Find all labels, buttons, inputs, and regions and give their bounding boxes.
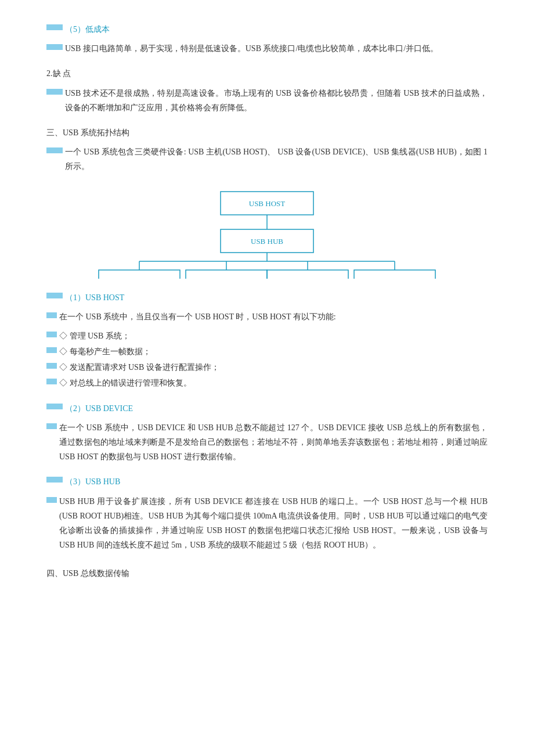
- usb-device-heading: （2）USB DEVICE: [46, 401, 488, 416]
- bullet-error-manage: ◇ 对总线上的错误进行管理和恢复。: [46, 376, 488, 390]
- section5-heading: （5）低成本: [46, 22, 488, 37]
- heading-marker: [46, 293, 63, 298]
- bullet-config-request: ◇ 发送配置请求对 USB 设备进行配置操作；: [46, 360, 488, 375]
- section4-heading: 四、USB 总线数据传输: [46, 566, 488, 581]
- bullet-marker: [46, 379, 57, 384]
- usb-hub-paragraph: USB HUB 用于设备扩展连接，所有 USB DEVICE 都连接在 USB …: [46, 494, 488, 553]
- svg-text:USB HUB: USB HUB: [251, 237, 283, 246]
- section3-heading: 三、USB 系统拓扑结构: [46, 125, 488, 140]
- usb-diagram: USB HOST USB HUB USB DEVICE USB HUB USB …: [46, 186, 488, 279]
- para-marker: [46, 89, 63, 95]
- defects-paragraph: USB 技术还不是很成熟，特别是高速设备。市场上现有的 USB 设备价格都比较昂…: [46, 86, 488, 115]
- para-marker: [46, 44, 63, 50]
- bullet-frame-per-ms: ◇ 每毫秒产生一帧数据；: [46, 344, 488, 359]
- heading-marker: [46, 477, 63, 483]
- para-marker-small: [46, 423, 57, 429]
- bullet-manage-usb: ◇ 管理 USB 系统；: [46, 329, 488, 343]
- svg-text:USB DEVICE: USB DEVICE: [376, 277, 414, 279]
- para-marker: [46, 147, 63, 153]
- svg-text:USB HUB: USB HUB: [212, 277, 240, 279]
- bullet-marker: [46, 363, 57, 369]
- usb-device-paragraph: 在一个 USB 系统中，USB DEVICE 和 USB HUB 总数不能超过 …: [46, 420, 488, 465]
- section3-paragraph: 一个 USB 系统包含三类硬件设备: USB 主机(USB HOST)、 USB…: [46, 145, 488, 174]
- para-marker-small: [46, 312, 57, 318]
- usb-host-intro-para: 在一个 USB 系统中，当且仅当有一个 USB HOST 时，USB HOST …: [46, 309, 488, 324]
- section5-paragraph: USB 接口电路简单，易于实现，特别是低速设备。USB 系统接口/电缆也比较简单…: [46, 41, 488, 56]
- heading-marker: [46, 24, 63, 30]
- heading-marker: [46, 404, 63, 409]
- usb-hub-heading: （3）USB HUB: [46, 474, 488, 489]
- usb-host-heading: （1）USB HOST: [46, 290, 488, 305]
- bullet-marker: [46, 347, 57, 353]
- svg-text:USB DEVICE: USB DEVICE: [289, 277, 327, 279]
- defects-heading: 2.缺 点: [46, 66, 488, 81]
- svg-text:USB HOST: USB HOST: [249, 199, 286, 208]
- bullet-marker: [46, 332, 57, 337]
- para-marker-small: [46, 497, 57, 503]
- svg-text:USB DEVICE: USB DEVICE: [121, 277, 158, 279]
